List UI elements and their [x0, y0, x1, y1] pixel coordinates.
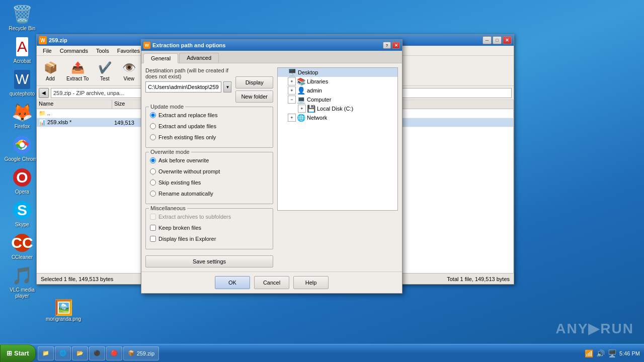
destination-path-input[interactable]	[145, 81, 221, 93]
radio-overwrite-prompt-input[interactable]	[150, 168, 156, 174]
menu-tools[interactable]: Tools	[92, 47, 113, 55]
taskbar-item-shield[interactable]: 🔴	[106, 346, 122, 360]
local-disk-tree-icon: 💾	[307, 105, 315, 113]
check-keep-broken-input[interactable]	[150, 225, 156, 231]
desktop-icon-opera[interactable]: O Opera	[4, 167, 40, 195]
taskbar-items: 📁 🌐 📂 ⚫ 🔴 📦 259.zip	[36, 346, 581, 360]
taskbar-item-chrome[interactable]: ⚫	[89, 346, 105, 360]
radio-ask-overwrite: Ask before overwrite	[150, 155, 269, 165]
desktop-icon-google-chrome[interactable]: Google Chrome	[4, 135, 40, 162]
tab-general[interactable]: General	[143, 53, 178, 63]
computer-expand[interactable]: −	[288, 96, 296, 104]
save-settings-button[interactable]: Save settings	[145, 255, 273, 267]
check-display-explorer-input[interactable]	[150, 236, 156, 242]
folder-tree[interactable]: 🖥️ Desktop + 📚 Libraries + 👤 admin	[277, 67, 398, 211]
quotephoto-label: quotephoto	[10, 91, 35, 97]
firefox-icon: 🦊	[12, 102, 32, 122]
check-keep-broken-label: Keep broken files	[158, 225, 201, 231]
tree-item-desktop[interactable]: 🖥️ Desktop	[278, 68, 397, 77]
extraction-dialog-tabs: General Advanced	[141, 51, 402, 63]
check-extract-subfolders: Extract archives to subfolders	[150, 212, 269, 222]
radio-fresh-existing-input[interactable]	[150, 134, 156, 140]
desktop-icon-recycle-bin[interactable]: 🗑️ Recycle Bin	[4, 4, 40, 32]
col-name[interactable]: Name	[37, 100, 112, 109]
google-chrome-label: Google Chrome	[5, 156, 40, 162]
extract-icon: 📤	[69, 60, 86, 76]
tree-item-admin[interactable]: + 👤 admin	[278, 86, 397, 95]
cancel-button[interactable]: Cancel	[254, 276, 289, 289]
menu-commands[interactable]: Commands	[56, 47, 92, 55]
libraries-expand[interactable]: +	[288, 77, 296, 85]
destination-label: Destination path (will be created if doe…	[145, 67, 231, 79]
tree-item-computer[interactable]: − 💻 Computer	[278, 95, 397, 104]
winrar-minimize-button[interactable]: ─	[482, 36, 492, 44]
admin-expand[interactable]: +	[288, 86, 296, 95]
desktop-icon-ccleaner[interactable]: CC CCleaner	[4, 233, 40, 260]
morigranda-label: morigranda.png	[46, 316, 81, 322]
libraries-tree-icon: 📚	[297, 77, 305, 85]
taskbar-item-winrar[interactable]: 📦 259.zip	[123, 346, 159, 360]
menu-favorites[interactable]: Favorites	[113, 47, 144, 55]
start-button[interactable]: ⊞ Start	[0, 344, 36, 363]
anyrun-watermark: ANY▶RUN	[555, 320, 634, 337]
test-icon: ✔️	[97, 60, 113, 76]
radio-extract-replace-input[interactable]	[150, 112, 156, 118]
toolbar-extract-button[interactable]: 📤 Extract To	[63, 58, 92, 83]
radio-extract-update: Extract and update files	[150, 121, 269, 131]
tab-advanced[interactable]: Advanced	[179, 53, 219, 63]
add-icon: 📦	[42, 60, 58, 76]
radio-rename-auto-input[interactable]	[150, 191, 156, 197]
desktop-file-morigranda[interactable]: 🖼️ morigranda.png	[45, 299, 82, 322]
back-button[interactable]: ◀	[39, 88, 49, 98]
menu-file[interactable]: File	[39, 47, 56, 55]
taskbar-item-ie[interactable]: 🌐	[55, 346, 71, 360]
tree-item-network[interactable]: + 🌐 Network	[278, 113, 397, 122]
tray-volume-icon[interactable]: 🔊	[596, 349, 605, 357]
winrar-title-icon: W	[39, 36, 47, 44]
skype-icon: S	[12, 200, 32, 220]
svg-point-3	[20, 142, 25, 147]
tree-item-local-disk[interactable]: + 💾 Local Disk (C:)	[278, 104, 397, 113]
tree-item-libraries[interactable]: + 📚 Libraries	[278, 77, 397, 86]
desktop-icon-quotephoto[interactable]: W quotephoto	[4, 69, 40, 97]
local-disk-expand[interactable]: +	[298, 105, 306, 113]
extraction-close-button[interactable]: ✕	[392, 42, 400, 49]
desktop-icon-firefox[interactable]: 🦊 Firefox	[4, 102, 40, 130]
radio-overwrite-prompt: Overwrite without prompt	[150, 166, 269, 176]
toolbar-view-button[interactable]: 👁️ View	[117, 58, 140, 83]
check-keep-broken: Keep broken files	[150, 223, 269, 233]
winrar-maximize-button[interactable]: □	[493, 36, 502, 44]
toolbar-test-button[interactable]: ✔️ Test	[93, 58, 116, 83]
new-folder-button[interactable]: New folder	[235, 90, 273, 103]
taskbar-item-folder[interactable]: 📂	[72, 346, 88, 360]
winrar-close-button[interactable]: ✕	[503, 36, 512, 44]
ok-button[interactable]: OK	[215, 276, 250, 289]
taskbar-item-explorer[interactable]: 📁	[38, 346, 54, 360]
acrobat-icon: A	[12, 37, 32, 57]
file-name-parent: 📁 ..	[37, 110, 112, 117]
winrar-window-controls: ─ □ ✕	[482, 36, 512, 44]
destination-dropdown-button[interactable]: ▼	[223, 81, 231, 93]
extraction-dialog-controls: ? ✕	[383, 42, 400, 49]
network-tree-icon: 🌐	[297, 114, 305, 122]
network-expand[interactable]: +	[288, 114, 296, 122]
ccleaner-label: CCleaner	[12, 254, 33, 260]
toolbar-add-button[interactable]: 📦 Add	[39, 58, 62, 83]
tray-monitor-icon[interactable]: 🖥️	[608, 349, 616, 357]
help-button[interactable]: Help	[293, 276, 329, 289]
check-extract-subfolders-input[interactable]	[150, 214, 156, 220]
desktop-icon-acrobat[interactable]: A Acrobat	[4, 37, 40, 64]
radio-ask-overwrite-input[interactable]	[150, 157, 156, 163]
radio-skip-existing-input[interactable]	[150, 179, 156, 186]
radio-extract-update-input[interactable]	[150, 123, 156, 129]
extraction-help-button[interactable]: ?	[383, 42, 391, 49]
desktop-tree-icon: 🖥️	[288, 68, 296, 76]
google-chrome-icon	[12, 135, 32, 155]
display-button[interactable]: Display	[235, 76, 273, 88]
extraction-dialog-footer: OK Cancel Help	[141, 272, 402, 293]
opera-icon: O	[12, 167, 32, 188]
desktop-icon-skype[interactable]: S Skype	[4, 200, 40, 228]
desktop-icon-vlc[interactable]: 🎵 VLC media player	[4, 265, 40, 299]
radio-extract-replace-label: Extract and replace files	[158, 112, 217, 118]
tray-network-icon[interactable]: 📶	[585, 349, 593, 357]
